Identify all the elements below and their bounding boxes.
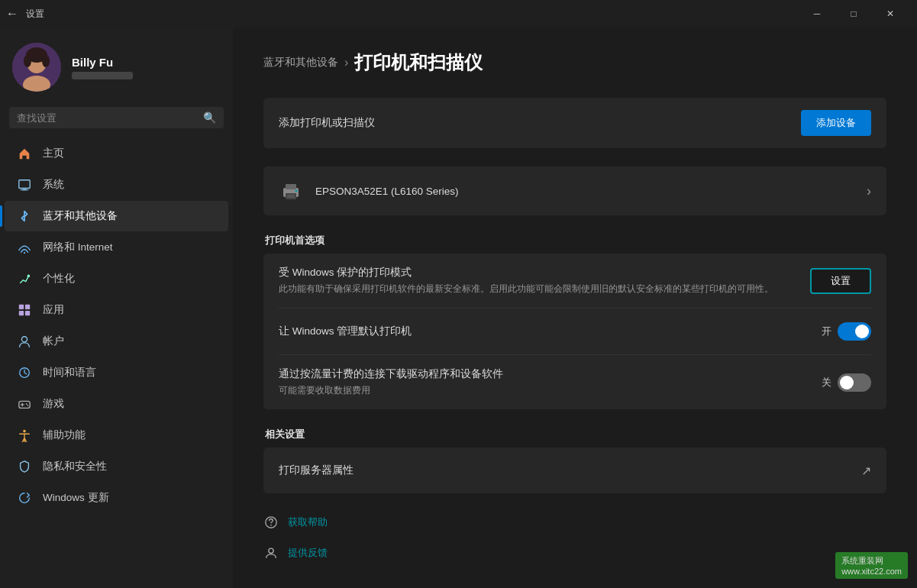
accounts-icon (17, 334, 32, 349)
print-server-row[interactable]: 打印服务器属性 ↗ (263, 447, 886, 493)
svg-rect-11 (19, 305, 24, 309)
add-device-row: 添加打印机或扫描仪 添加设备 (263, 98, 886, 148)
sidebar-item-personalization[interactable]: 个性化 (5, 263, 228, 294)
print-server-label: 打印服务器属性 (279, 464, 849, 477)
printer-options-section: 打印机首选项 受 Windows 保护的打印模式 此功能有助于确保采用打印机软件… (263, 234, 886, 409)
windows-protection-row: 受 Windows 保护的打印模式 此功能有助于确保采用打印机软件的最新安全标准… (263, 254, 886, 308)
sidebar-item-apps[interactable]: 应用 (5, 295, 228, 325)
metered-connection-toggle: 关 (822, 373, 871, 392)
titlebar-title: 设置 (26, 8, 44, 21)
user-subtitle (72, 72, 133, 79)
svg-point-20 (23, 430, 26, 433)
user-profile[interactable]: Billy Fu (0, 27, 233, 107)
personalization-icon (17, 271, 32, 286)
svg-point-4 (24, 55, 31, 67)
external-link-icon: ↗ (861, 464, 871, 478)
search-box[interactable]: 🔍 (9, 107, 224, 128)
sidebar-item-home[interactable]: 主页 (5, 138, 228, 169)
sidebar-item-windows-update[interactable]: Windows 更新 (5, 483, 228, 513)
home-icon (17, 146, 32, 161)
add-device-button[interactable]: 添加设备 (801, 110, 871, 136)
avatar (12, 43, 61, 92)
svg-point-27 (270, 525, 272, 526)
printer-chevron-icon: › (867, 183, 871, 199)
windows-protection-title: 受 Windows 保护的打印模式 (279, 266, 798, 279)
svg-point-5 (42, 55, 50, 67)
printer-card: EPSON3A52E1 (L6160 Series) › (263, 166, 886, 215)
app-body: Billy Fu 🔍 主页 系统 (0, 27, 917, 588)
add-device-content: 添加打印机或扫描仪 (279, 116, 789, 130)
sidebar-item-bluetooth[interactable]: 蓝牙和其他设备 (5, 201, 228, 231)
svg-point-15 (21, 337, 27, 342)
manage-default-toggle: 开 (822, 322, 871, 341)
search-input[interactable] (17, 112, 197, 124)
sidebar-item-network[interactable]: 网络和 Internet (5, 232, 228, 263)
svg-point-10 (27, 275, 31, 278)
user-info: Billy Fu (72, 56, 133, 79)
add-device-label: 添加打印机或扫描仪 (279, 116, 789, 130)
related-settings-section: 相关设置 打印服务器属性 ↗ (263, 428, 886, 493)
feedback-icon (263, 545, 279, 561)
metered-connection-title: 通过按流量计费的连接下载驱动程序和设备软件 (279, 367, 809, 381)
add-device-right: 添加设备 (801, 110, 871, 136)
get-help-link[interactable]: 获取帮助 (263, 512, 886, 533)
add-device-card: 添加打印机或扫描仪 添加设备 (263, 98, 886, 148)
metered-connection-content: 通过按流量计费的连接下载驱动程序和设备软件 可能需要收取数据费用 (279, 367, 809, 397)
add-device-section: 添加打印机或扫描仪 添加设备 (263, 98, 886, 148)
printer-options-title: 打印机首选项 (263, 234, 886, 247)
breadcrumb-parent[interactable]: 蓝牙和其他设备 (263, 56, 338, 69)
titlebar: ← 设置 ─ □ ✕ (0, 0, 917, 27)
close-button[interactable]: ✕ (873, 2, 908, 26)
bluetooth-icon (17, 208, 32, 224)
svg-rect-22 (286, 184, 296, 189)
print-server-content: 打印服务器属性 (279, 464, 849, 477)
time-icon (17, 365, 32, 380)
back-button[interactable]: ← (6, 7, 18, 21)
metered-connection-toggle-label: 关 (822, 376, 831, 389)
windows-protection-right: 设置 (810, 268, 871, 294)
printers-section: EPSON3A52E1 (L6160 Series) › (263, 166, 886, 215)
sidebar: Billy Fu 🔍 主页 系统 (0, 27, 233, 588)
printer-name: EPSON3A52E1 (L6160 Series) (315, 186, 854, 197)
manage-default-content: 让 Windows 管理默认打印机 (279, 325, 809, 338)
printer-right: › (867, 183, 871, 199)
breadcrumb: 蓝牙和其他设备 › 打印机和扫描仪 (263, 50, 886, 75)
sidebar-item-gaming[interactable]: 游戏 (5, 389, 228, 419)
sidebar-item-privacy[interactable]: 隐私和安全性 (5, 451, 228, 482)
minimize-button[interactable]: ─ (799, 2, 835, 26)
apps-icon (17, 302, 32, 318)
windows-protection-settings-button[interactable]: 设置 (810, 268, 871, 294)
manage-default-toggle-label: 开 (822, 325, 831, 338)
network-icon (17, 240, 32, 255)
svg-rect-13 (19, 311, 24, 315)
printer-row[interactable]: EPSON3A52E1 (L6160 Series) › (263, 166, 886, 215)
svg-rect-14 (25, 311, 30, 315)
gaming-icon (17, 396, 32, 412)
user-name: Billy Fu (72, 56, 133, 69)
svg-point-25 (295, 190, 298, 192)
svg-point-19 (27, 405, 29, 406)
related-settings-card: 打印服务器属性 ↗ (263, 447, 886, 493)
sidebar-item-accounts[interactable]: 帐户 (5, 326, 228, 357)
titlebar-left: ← 设置 (6, 7, 44, 21)
svg-rect-12 (25, 305, 30, 309)
search-icon: 🔍 (203, 111, 216, 124)
sidebar-item-system[interactable]: 系统 (5, 170, 228, 200)
related-settings-title: 相关设置 (263, 428, 886, 441)
breadcrumb-current: 打印机和扫描仪 (354, 50, 483, 75)
manage-default-toggle-switch[interactable] (838, 322, 871, 341)
print-server-right: ↗ (861, 464, 871, 478)
sidebar-item-accessibility[interactable]: 辅助功能 (5, 420, 228, 451)
nav-list: 主页 系统 蓝牙和其他设备 网络和 Internet (0, 137, 233, 514)
content-area: 蓝牙和其他设备 › 打印机和扫描仪 添加打印机或扫描仪 添加设备 (233, 27, 917, 588)
metered-connection-desc: 可能需要收取数据费用 (279, 383, 809, 397)
sidebar-item-time[interactable]: 时间和语言 (5, 357, 228, 388)
maximize-button[interactable]: □ (836, 2, 871, 26)
manage-default-title: 让 Windows 管理默认打印机 (279, 325, 809, 338)
system-icon (17, 177, 32, 192)
feedback-link[interactable]: 提供反馈 (263, 542, 886, 564)
metered-connection-toggle-switch[interactable] (838, 373, 871, 392)
svg-point-18 (26, 403, 27, 405)
printer-options-card: 受 Windows 保护的打印模式 此功能有助于确保采用打印机软件的最新安全标准… (263, 254, 886, 409)
footer-links: 获取帮助 提供反馈 (263, 512, 886, 564)
